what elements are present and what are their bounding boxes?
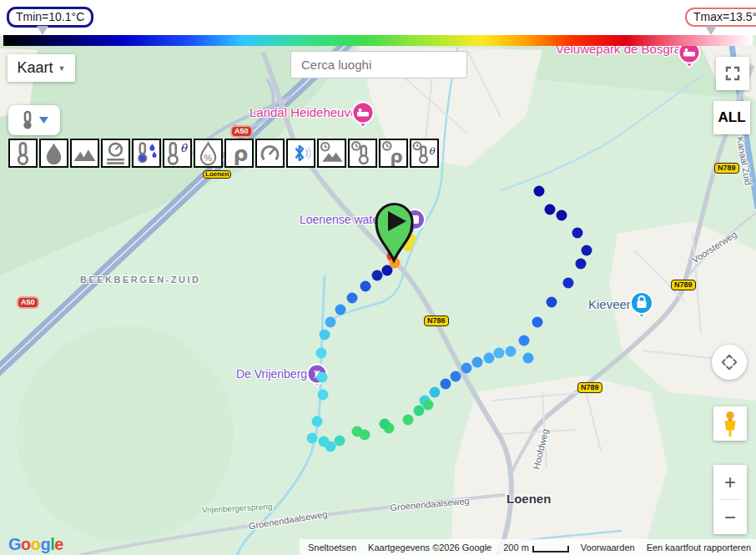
street-view-pegman-button[interactable] [713,406,747,441]
toolbar-button-relative-humidity[interactable]: % [194,139,223,168]
track-point[interactable] [582,245,592,256]
zoom-control: + − [713,465,747,534]
track-point[interactable] [317,372,328,383]
clock-mountains-icon [319,140,345,166]
chevron-down-icon [39,117,48,124]
track-point[interactable] [576,259,587,270]
toolbar-button-altitude[interactable] [70,139,99,168]
map-data-text: Kaartgegevens ©2026 Google [368,542,491,552]
track-point[interactable] [494,348,505,359]
track-point[interactable] [320,330,330,341]
svg-text:ρ: ρ [390,146,402,166]
google-logo-letter: o [31,535,41,553]
zoom-in-button[interactable]: + [713,465,747,499]
humidity-percent-icon: % [195,140,221,166]
map-type-button[interactable]: Kaart ▼ [8,54,75,82]
toolbar-button-bluetooth[interactable] [286,139,315,168]
track-point[interactable] [335,436,345,447]
attribution-bar: Sneltoetsen Kaartgegevens ©2026 Google 2… [300,539,756,555]
sensor-toolbar: θ % ρ [8,139,439,168]
toolbar-button-air-density[interactable]: ρ [224,139,254,168]
track-point[interactable] [316,348,327,359]
scale-bar [532,546,569,552]
pegman-icon [721,411,739,437]
shortcuts-link[interactable]: Sneltoetsen [308,542,356,552]
track-point[interactable] [472,357,483,368]
gauge-icon [257,140,283,166]
track-point[interactable] [519,336,530,346]
toolbar-button-humidity[interactable] [39,139,68,168]
zoom-out-button[interactable]: − [713,500,747,534]
toolbar-button-air-density-history[interactable]: ρ [379,139,408,168]
droplet-icon [41,140,67,166]
toolbar-button-temperature-history[interactable] [348,139,377,168]
tmax-pointer [705,26,717,35]
pressure-gauge-icon [103,140,129,166]
toolbar-button-dew-point[interactable] [132,139,161,168]
search-input[interactable] [291,58,471,72]
google-logo-letter: o [21,535,31,553]
track-point[interactable] [414,406,425,416]
toolbar-button-gauge[interactable] [255,139,285,168]
track-point[interactable] [318,390,329,401]
svg-text:θ: θ [429,146,436,157]
scale-control: 200 m [503,542,569,552]
track-point[interactable] [360,281,371,292]
show-all-button[interactable]: ALL [713,101,750,134]
tmin-pointer [37,26,48,35]
track-point[interactable] [403,415,414,426]
track-point[interactable] [572,228,583,239]
track-point[interactable] [372,270,383,281]
toolbar-button-temperature[interactable] [8,139,38,168]
track-point[interactable] [484,353,495,364]
svg-text:θ: θ [180,142,188,154]
sensor-select-dropdown[interactable] [8,105,60,135]
track-point[interactable] [563,278,574,289]
track-point[interactable] [534,186,545,197]
map-app: Veluwepark de Bosgraaf Landal Heideheuve… [0,0,756,555]
svg-text:%: % [204,153,212,163]
track-point[interactable] [347,293,358,304]
track-point[interactable] [352,426,363,437]
track-point[interactable] [532,317,543,328]
track-point[interactable] [335,305,346,315]
chevron-down-icon: ▼ [58,64,66,73]
poi-pin-veluwepark[interactable] [679,43,700,68]
poi-pin-landal[interactable] [353,103,374,129]
rho-icon: ρ [226,140,252,166]
report-error-link[interactable]: Een kaartfout rapporteren [647,542,751,552]
toolbar-button-altitude-history[interactable] [317,139,346,168]
toolbar-button-pressure[interactable] [101,139,130,168]
dew-point-icon [134,140,159,166]
track-point[interactable] [380,419,391,430]
track-point[interactable] [451,371,461,382]
track-point[interactable] [319,436,330,447]
google-logo[interactable]: Google [8,535,63,554]
track-point[interactable] [441,379,451,390]
track-point[interactable] [557,210,567,221]
google-logo-letter: G [8,535,21,553]
thermometer-icon [21,110,34,130]
google-logo-letter: g [41,535,51,553]
terms-link[interactable]: Voorwaarden [581,542,635,552]
svg-text:ρ: ρ [234,142,249,166]
playback-marker[interactable] [376,204,412,261]
track-point[interactable] [312,416,323,427]
toolbar-button-potential-temperature[interactable]: θ [163,139,192,168]
track-point[interactable] [547,297,557,308]
google-logo-letter: e [54,535,63,553]
track-overlay: ♜ [0,0,756,555]
bed-icon [357,112,369,117]
poi-pin-kieveen[interactable] [631,292,653,318]
track-point[interactable] [325,317,336,328]
pan-control-button[interactable] [712,345,747,380]
fullscreen-button[interactable] [716,57,749,90]
toolbar-button-potential-temperature-history[interactable]: θ [410,139,439,168]
track-point[interactable] [461,363,472,374]
track-point[interactable] [430,387,441,398]
track-point[interactable] [523,353,534,364]
track-point[interactable] [545,204,556,215]
track-point[interactable] [506,346,517,357]
track-point[interactable] [423,400,434,411]
track-point[interactable] [307,433,318,444]
